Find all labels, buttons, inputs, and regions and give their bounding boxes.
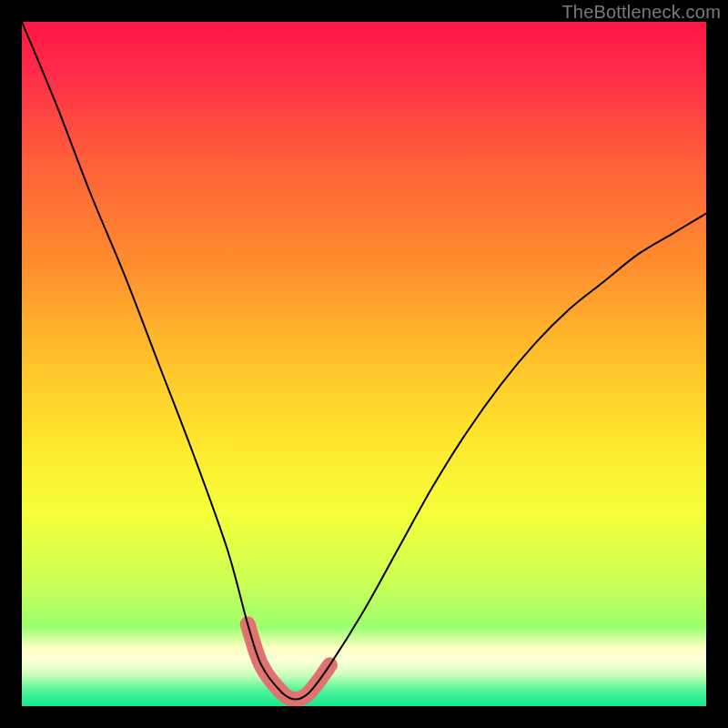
plot-area [22,22,706,706]
gradient-background [22,22,706,706]
chart-frame: TheBottleneck.com [0,0,728,728]
bottleneck-chart [22,22,706,706]
watermark-label: TheBottleneck.com [561,2,721,23]
